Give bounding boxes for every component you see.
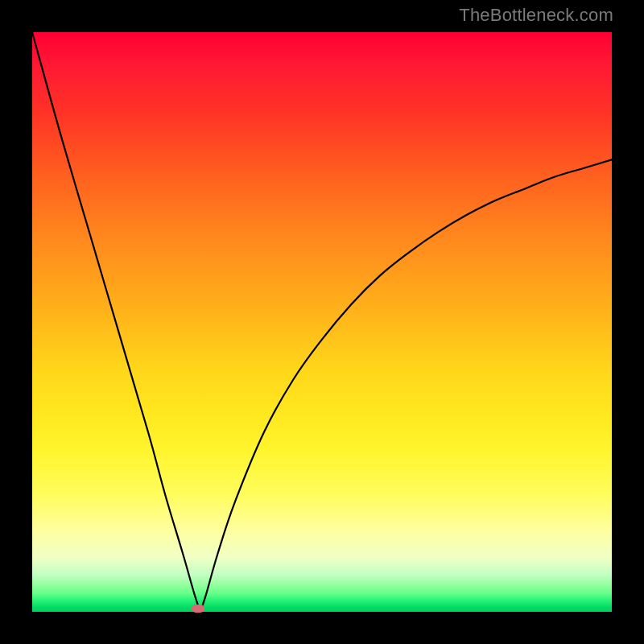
plot-area: [32, 32, 612, 612]
min-marker: [192, 605, 204, 613]
watermark-text: TheBottleneck.com: [459, 5, 613, 26]
bottleneck-curve: [32, 32, 612, 612]
chart-container: TheBottleneck.com: [0, 0, 644, 644]
